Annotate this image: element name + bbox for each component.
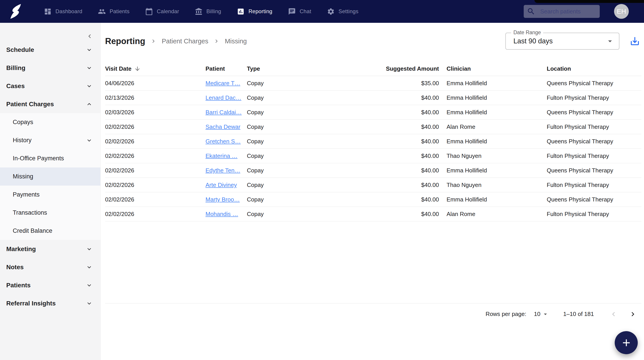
date-range-value: Last 90 days bbox=[514, 37, 553, 45]
next-page-button[interactable] bbox=[628, 309, 638, 319]
cell-type: Copay bbox=[247, 196, 326, 203]
breadcrumb-reporting[interactable]: Reporting bbox=[105, 36, 145, 46]
column-header-location[interactable]: Location bbox=[547, 65, 641, 72]
dropdown-arrow-icon bbox=[542, 310, 549, 318]
chevron-down-icon bbox=[86, 46, 93, 54]
cell-visit-date: 02/02/2026 bbox=[105, 211, 206, 218]
cell-patient: Edythe Ten… bbox=[206, 167, 247, 174]
sidebar-item-label: Payments bbox=[13, 191, 40, 198]
sidebar-item-label: Copays bbox=[13, 119, 33, 126]
nav-item-billing[interactable]: Billing bbox=[195, 8, 221, 16]
cell-visit-date: 02/03/2026 bbox=[105, 109, 206, 116]
billing-icon bbox=[195, 8, 202, 16]
column-header-patient[interactable]: Patient bbox=[206, 65, 247, 72]
chevron-down-icon bbox=[86, 64, 93, 72]
search-input[interactable] bbox=[540, 8, 594, 15]
nav-item-calendar[interactable]: Calendar bbox=[145, 8, 179, 16]
previous-page-button[interactable] bbox=[609, 309, 618, 319]
breadcrumb: Reporting Patient Charges Missing bbox=[105, 36, 247, 46]
cell-suggested-amount: $35.00 bbox=[326, 80, 439, 87]
sidebar-item-in-office-payments[interactable]: In-Office Payments bbox=[0, 149, 100, 168]
patients-icon bbox=[98, 8, 106, 16]
cell-patient: Medicare T… bbox=[206, 80, 247, 87]
sidebar-item-history[interactable]: History bbox=[0, 131, 100, 149]
sidebar-item-billing[interactable]: Billing bbox=[0, 59, 100, 77]
nav-item-patients[interactable]: Patients bbox=[98, 8, 130, 16]
sidebar-item-schedule[interactable]: Schedule bbox=[0, 41, 100, 59]
breadcrumb-patient-charges[interactable]: Patient Charges bbox=[162, 38, 208, 45]
sidebar-item-notes[interactable]: Notes bbox=[0, 258, 100, 276]
page-header: Reporting Patient Charges Missing Date R… bbox=[105, 32, 641, 50]
nav-item-settings[interactable]: Settings bbox=[327, 8, 358, 16]
sidebar-item-label: Billing bbox=[6, 64, 26, 72]
sidebar-item-transactions[interactable]: Transactions bbox=[0, 204, 100, 222]
chevron-down-icon bbox=[86, 300, 93, 307]
sidebar-item-patients[interactable]: Patients bbox=[0, 276, 100, 294]
patient-link[interactable]: Medicare T… bbox=[206, 80, 240, 86]
export-download-button[interactable] bbox=[629, 35, 641, 47]
sidebar-item-patient-charges[interactable]: Patient Charges bbox=[0, 95, 100, 113]
nav-item-dashboard[interactable]: Dashboard bbox=[44, 8, 82, 16]
patient-link[interactable]: Sacha Dewar bbox=[206, 124, 240, 130]
cell-clinician: Thao Nguyen bbox=[439, 152, 547, 160]
sidebar-item-marketing[interactable]: Marketing bbox=[0, 240, 100, 258]
cell-type: Copay bbox=[247, 211, 326, 218]
patient-link[interactable]: Ekaterina … bbox=[206, 152, 238, 159]
user-avatar[interactable]: EH bbox=[614, 4, 629, 19]
column-header-type[interactable]: Type bbox=[247, 65, 326, 72]
pagination-range: 1–10 of 181 bbox=[563, 310, 594, 318]
cell-suggested-amount: $40.00 bbox=[326, 167, 439, 174]
patient-link[interactable]: Arte Diviney bbox=[206, 182, 237, 188]
date-range-label: Date Range bbox=[511, 30, 543, 36]
cell-location: Fulton Physical Therapy bbox=[547, 152, 641, 160]
column-header-visit-date[interactable]: Visit Date bbox=[105, 65, 206, 72]
table-row: 02/02/2026Sacha DewarCopay$40.00Alan Rom… bbox=[105, 120, 641, 134]
rows-per-page-select[interactable]: 10 bbox=[534, 310, 549, 318]
reporting-icon bbox=[237, 8, 245, 16]
patient-link[interactable]: Barri Caldai… bbox=[206, 109, 242, 116]
table-header-row: Visit Date Patient Type Suggested Amount… bbox=[105, 62, 641, 76]
cell-location: Queens Physical Therapy bbox=[547, 196, 641, 203]
brand-s-logo bbox=[10, 4, 22, 19]
patient-search bbox=[524, 5, 600, 18]
chat-icon bbox=[288, 8, 296, 16]
cell-patient: Sacha Dewar bbox=[206, 124, 247, 130]
top-navbar: DashboardPatientsCalendarBillingReportin… bbox=[0, 0, 644, 23]
calendar-icon bbox=[145, 8, 153, 16]
date-range-select[interactable]: Date Range Last 90 days bbox=[505, 33, 620, 50]
column-header-clinician[interactable]: Clinician bbox=[439, 65, 547, 72]
cell-patient: Arte Diviney bbox=[206, 182, 247, 188]
cell-clinician: Emma Hollifield bbox=[439, 80, 547, 87]
cell-suggested-amount: $40.00 bbox=[326, 182, 439, 188]
table-empty-space bbox=[105, 221, 641, 303]
nav-item-chat[interactable]: Chat bbox=[288, 8, 311, 16]
sidebar-collapse-button[interactable] bbox=[85, 32, 94, 41]
nav-label: Reporting bbox=[248, 8, 272, 14]
cell-suggested-amount: $40.00 bbox=[326, 196, 439, 203]
add-button[interactable] bbox=[615, 331, 638, 354]
table-pagination: Rows per page: 10 1–10 of 181 bbox=[105, 303, 641, 325]
cell-type: Copay bbox=[247, 80, 326, 87]
sidebar-item-copays[interactable]: Copays bbox=[0, 113, 100, 131]
chevron-left-icon bbox=[609, 310, 618, 318]
patient-link[interactable]: Lenard Dac… bbox=[206, 94, 241, 101]
nav-item-reporting[interactable]: Reporting bbox=[237, 8, 272, 16]
sidebar-item-credit-balance[interactable]: Credit Balance bbox=[0, 222, 100, 240]
cell-type: Copay bbox=[247, 138, 326, 145]
cell-type: Copay bbox=[247, 124, 326, 130]
table-row: 02/03/2026Barri Caldai…Copay$40.00Emma H… bbox=[105, 105, 641, 120]
patient-link[interactable]: Gretchen S… bbox=[206, 138, 241, 145]
patient-link[interactable]: Edythe Ten… bbox=[206, 167, 240, 174]
nav-label: Billing bbox=[206, 8, 221, 14]
plus-icon bbox=[620, 337, 632, 348]
patient-link[interactable]: Marty Broo… bbox=[206, 196, 240, 203]
sidebar-item-label: Referral Insights bbox=[6, 300, 56, 307]
sidebar-item-payments[interactable]: Payments bbox=[0, 186, 100, 204]
sidebar-item-cases[interactable]: Cases bbox=[0, 77, 100, 95]
cell-type: Copay bbox=[247, 94, 326, 101]
patient-link[interactable]: Mohandis … bbox=[206, 211, 238, 217]
column-header-suggested-amount[interactable]: Suggested Amount bbox=[326, 65, 439, 72]
sidebar-item-referral-insights[interactable]: Referral Insights bbox=[0, 294, 100, 312]
cell-location: Queens Physical Therapy bbox=[547, 109, 641, 116]
sidebar-item-missing[interactable]: Missing bbox=[0, 168, 100, 186]
